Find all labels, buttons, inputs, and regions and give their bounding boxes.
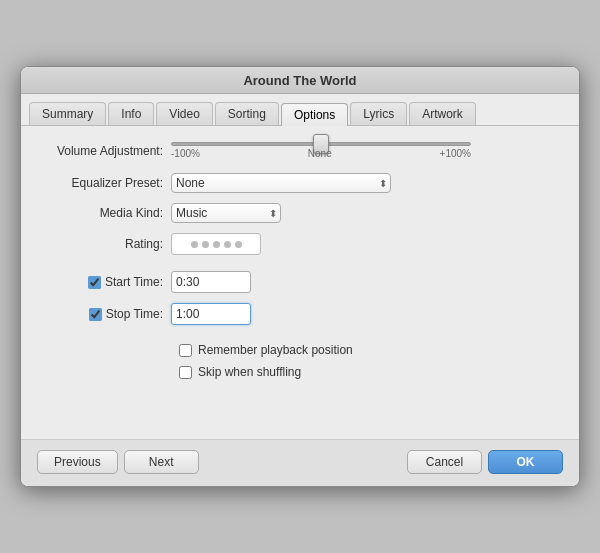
skip-shuffling-label[interactable]: Skip when shuffling (198, 365, 301, 379)
rating-row: Rating: (41, 233, 559, 255)
tab-video[interactable]: Video (156, 102, 212, 125)
slider-labels: -100% None +100% (171, 146, 471, 159)
tab-options[interactable]: Options (281, 103, 348, 126)
footer-left-buttons: Previous Next (37, 450, 199, 474)
dialog: Around The World Summary Info Video Sort… (20, 66, 580, 487)
skip-shuffling-row: Skip when shuffling (41, 365, 559, 379)
footer: Previous Next Cancel OK (21, 439, 579, 486)
rating-control[interactable] (171, 233, 261, 255)
tab-artwork[interactable]: Artwork (409, 102, 476, 125)
remember-playback-label[interactable]: Remember playback position (198, 343, 353, 357)
skip-shuffling-checkbox[interactable] (179, 366, 192, 379)
volume-row: Volume Adjustment: -100% None +100% (41, 142, 559, 159)
start-time-label[interactable]: Start Time: (105, 275, 163, 289)
stop-time-input[interactable] (171, 303, 251, 325)
volume-none-label: None (308, 148, 332, 159)
stop-time-label-area: Stop Time: (41, 307, 171, 321)
equalizer-row: Equalizer Preset: None Acoustic Bass Boo… (41, 173, 559, 193)
start-time-label-area: Start Time: (41, 275, 171, 289)
tab-info[interactable]: Info (108, 102, 154, 125)
equalizer-select[interactable]: None Acoustic Bass Booster Classical Dan… (171, 173, 391, 193)
remember-playback-row: Remember playback position (41, 343, 559, 357)
tab-lyrics[interactable]: Lyrics (350, 102, 407, 125)
stop-time-label[interactable]: Stop Time: (106, 307, 163, 321)
tab-summary[interactable]: Summary (29, 102, 106, 125)
next-button[interactable]: Next (124, 450, 199, 474)
tabs-bar: Summary Info Video Sorting Options Lyric… (21, 94, 579, 126)
cancel-button[interactable]: Cancel (407, 450, 482, 474)
rating-dot-3 (213, 241, 220, 248)
media-kind-select[interactable]: Music Movie TV Show Podcast (171, 203, 281, 223)
start-time-checkbox[interactable] (88, 276, 101, 289)
media-kind-label: Media Kind: (41, 206, 171, 220)
previous-button[interactable]: Previous (37, 450, 118, 474)
rating-dot-1 (191, 241, 198, 248)
stop-time-checkbox[interactable] (89, 308, 102, 321)
stop-time-row: Stop Time: (41, 303, 559, 325)
media-kind-select-wrapper: Music Movie TV Show Podcast (171, 203, 281, 223)
remember-playback-checkbox[interactable] (179, 344, 192, 357)
dialog-title: Around The World (243, 73, 356, 88)
volume-min-label: -100% (171, 148, 200, 159)
media-kind-row: Media Kind: Music Movie TV Show Podcast (41, 203, 559, 223)
tab-sorting[interactable]: Sorting (215, 102, 279, 125)
start-time-row: Start Time: (41, 271, 559, 293)
volume-control: -100% None +100% (171, 142, 471, 159)
content-area: Volume Adjustment: -100% None +100% Equa… (21, 126, 579, 439)
footer-right-buttons: Cancel OK (407, 450, 563, 474)
rating-dot-5 (235, 241, 242, 248)
equalizer-label: Equalizer Preset: (41, 176, 171, 190)
volume-label: Volume Adjustment: (41, 144, 171, 158)
rating-dot-4 (224, 241, 231, 248)
volume-max-label: +100% (440, 148, 471, 159)
equalizer-select-wrapper: None Acoustic Bass Booster Classical Dan… (171, 173, 391, 193)
ok-button[interactable]: OK (488, 450, 563, 474)
rating-dot-2 (202, 241, 209, 248)
rating-label: Rating: (41, 237, 171, 251)
title-bar: Around The World (21, 67, 579, 94)
start-time-input[interactable] (171, 271, 251, 293)
